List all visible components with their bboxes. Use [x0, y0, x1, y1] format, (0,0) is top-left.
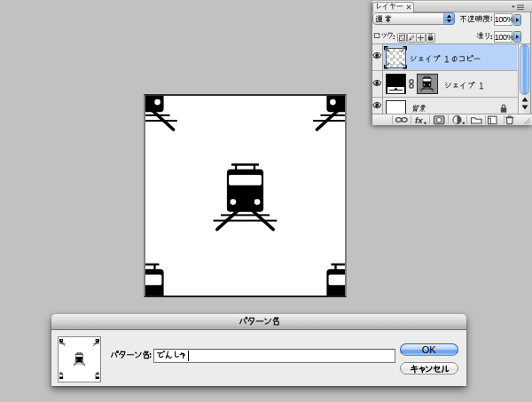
svg-text:fx: fx [415, 115, 423, 125]
